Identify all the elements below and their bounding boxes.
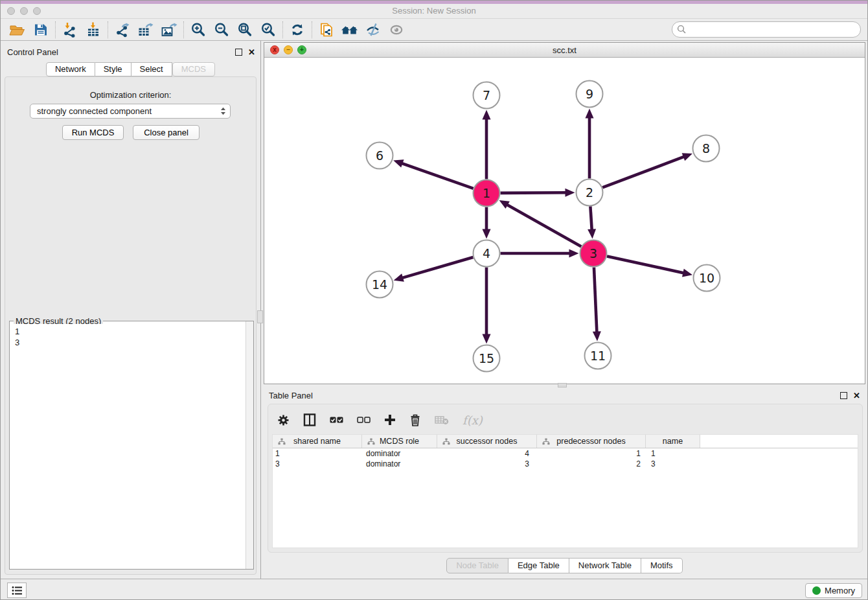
cell[interactable]: 3 (646, 459, 700, 468)
cell[interactable]: 4 (437, 449, 537, 458)
column-header-shared-name[interactable]: shared name (273, 435, 362, 448)
export-image-button[interactable] (157, 21, 181, 39)
table-row[interactable]: 1dominator411 (273, 448, 858, 459)
node-label-3: 3 (589, 246, 597, 260)
panel-splitter-grip[interactable] (257, 310, 263, 323)
network-view-window: x – + scc.txt 7968124314101511 (264, 42, 865, 384)
edge-1-6[interactable] (401, 163, 474, 188)
edge-4-14[interactable] (401, 257, 473, 278)
edge-2-3[interactable] (590, 206, 591, 231)
control-panel-title: Control Panel (7, 47, 235, 57)
table-row[interactable]: 3dominator323 (273, 459, 858, 469)
show-columns-button[interactable] (303, 413, 316, 426)
float-window-icon[interactable] (235, 49, 242, 56)
column-header-MCDS-role[interactable]: MCDS role (362, 435, 437, 448)
tab-network[interactable]: Network (46, 62, 95, 76)
zoom-out-icon (214, 22, 229, 38)
cell[interactable]: 3 (273, 459, 362, 468)
titlebar: Session: New Session (1, 4, 867, 19)
column-header-name[interactable]: name (646, 435, 700, 448)
delete-column-button[interactable] (409, 414, 421, 426)
import-network-icon (62, 22, 78, 38)
close-icon[interactable]: ✕ (248, 49, 255, 56)
home-button[interactable] (338, 21, 361, 39)
export-table-button[interactable] (134, 21, 157, 39)
save-session-button[interactable] (29, 21, 52, 39)
node-label-15: 15 (479, 351, 494, 365)
close-panel-button[interactable]: Close panel (133, 125, 200, 140)
node-label-14: 14 (372, 277, 387, 292)
column-header-predecessor-nodes[interactable]: predecessor nodes (537, 435, 646, 448)
memory-button[interactable]: Memory (805, 583, 862, 598)
tab-edge-table[interactable]: Edge Table (508, 558, 569, 573)
share-document-button[interactable] (315, 21, 338, 39)
workspace: x – + scc.txt 7968124314101511 Table Pan… (261, 41, 868, 579)
table-panel: Table Panel ✕ (264, 386, 865, 575)
table-settings-button[interactable] (277, 414, 290, 426)
search-box[interactable] (672, 21, 861, 38)
cell[interactable]: dominator (362, 459, 437, 468)
float-window-icon[interactable] (840, 392, 847, 399)
plus-icon (384, 414, 396, 426)
task-history-button[interactable] (7, 583, 27, 598)
table-body: 1dominator4113dominator323 (273, 448, 858, 469)
zoom-fit-button[interactable] (233, 21, 257, 39)
close-icon[interactable]: ✕ (853, 392, 860, 399)
edge-2-8[interactable] (602, 156, 685, 187)
cell[interactable]: dominator (362, 449, 437, 458)
export-image-icon (161, 22, 177, 38)
main-toolbar (1, 19, 867, 41)
select-all-columns-button[interactable] (330, 416, 343, 424)
tab-mcds[interactable]: MCDS (172, 62, 215, 76)
apply-layout-button[interactable] (286, 21, 309, 39)
unchecked-checkboxes-icon (357, 416, 371, 424)
refresh-icon (290, 22, 305, 38)
cell[interactable]: 1 (537, 449, 646, 458)
mcds-result-text[interactable]: 1 3 (10, 324, 245, 568)
hide-selected-button[interactable] (361, 21, 385, 39)
tab-motifs[interactable]: Motifs (641, 558, 683, 573)
dropdown-stepper-icon (220, 106, 227, 116)
network-canvas[interactable]: 7968124314101511 (264, 58, 865, 384)
edge-3-10[interactable] (607, 257, 685, 273)
zoom-out-button[interactable] (210, 21, 233, 39)
show-all-button[interactable] (385, 21, 408, 39)
tab-node-table[interactable]: Node Table (446, 558, 508, 573)
table-splitter-grip[interactable] (558, 383, 567, 387)
cell[interactable]: 2 (537, 459, 646, 468)
network-window-titlebar[interactable]: x – + scc.txt (264, 43, 865, 58)
table-panel-title: Table Panel (269, 391, 840, 400)
zoom-in-button[interactable] (187, 21, 210, 39)
tree-hierarchy-icon (542, 438, 550, 445)
zoom-fit-icon (237, 22, 253, 38)
import-network-button[interactable] (58, 21, 82, 39)
column-header-successor-nodes[interactable]: successor nodes (437, 435, 537, 448)
deselect-all-columns-button[interactable] (357, 416, 371, 424)
import-table-button[interactable] (82, 21, 105, 39)
open-session-button[interactable] (6, 21, 29, 39)
tab-network-table[interactable]: Network Table (569, 558, 641, 573)
node-label-8: 8 (702, 141, 710, 156)
add-column-button[interactable] (384, 414, 396, 426)
edge-arrow-2-8 (682, 153, 692, 161)
criterion-dropdown[interactable]: strongly connected component (30, 104, 231, 119)
edge-3-1[interactable] (506, 204, 581, 247)
export-network-button[interactable] (111, 21, 134, 39)
tab-style[interactable]: Style (95, 62, 131, 76)
run-mcds-button[interactable]: Run MCDS (62, 125, 124, 140)
tab-select[interactable]: Select (131, 62, 172, 76)
result-scrollbar[interactable] (246, 321, 253, 569)
edge-3-11[interactable] (594, 267, 597, 333)
column-header-label: shared name (273, 437, 361, 446)
cell[interactable]: 3 (437, 459, 537, 468)
edge-1-2[interactable] (500, 192, 567, 193)
edge-arrow-1-6 (393, 159, 404, 167)
zoom-selected-button[interactable] (257, 21, 280, 39)
control-panel: Control Panel ✕ NetworkStyleSelectMCDS O… (1, 41, 261, 579)
share-document-icon (319, 22, 334, 38)
cell[interactable]: 1 (273, 449, 362, 458)
cell[interactable]: 1 (646, 449, 700, 458)
mcds-result-box: MCDS result (2 nodes) 1 3 (9, 321, 254, 570)
trash-icon (409, 414, 421, 426)
search-input[interactable] (689, 25, 860, 34)
